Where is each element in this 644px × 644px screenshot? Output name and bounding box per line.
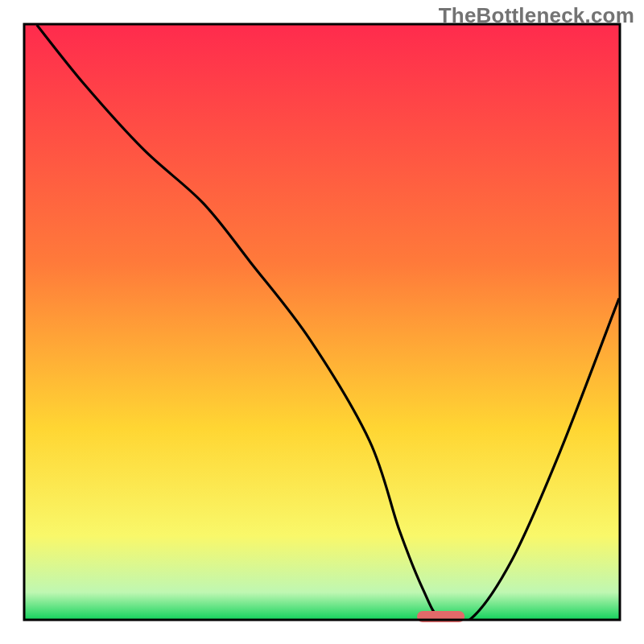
- watermark-text: TheBottleneck.com: [439, 3, 634, 28]
- gradient-background: [25, 25, 619, 619]
- bottleneck-chart: [0, 0, 644, 644]
- chart-stage: TheBottleneck.com: [0, 0, 644, 644]
